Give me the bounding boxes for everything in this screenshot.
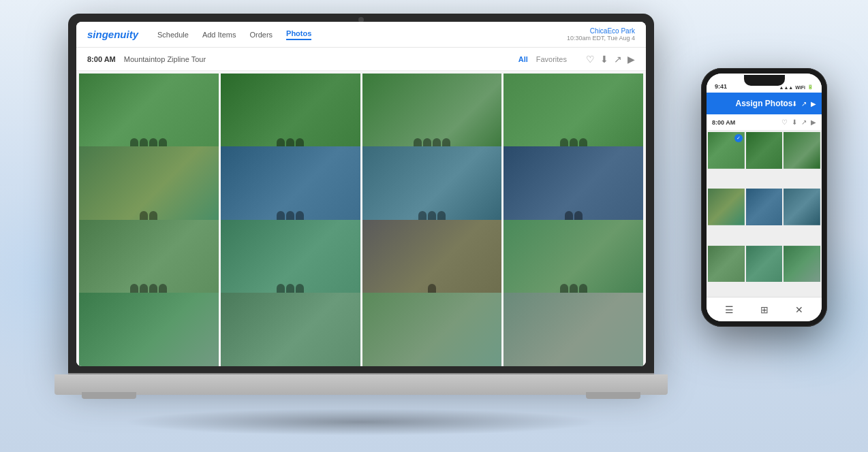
nav-venue-info: ChicaEco Park 10:30am EDT, Tue Aug 4 bbox=[567, 27, 635, 42]
laptop: singenuity Schedule Add Items Orders Pho… bbox=[55, 14, 668, 422]
phone-photo-cell[interactable] bbox=[746, 132, 783, 169]
laptop-frame: singenuity Schedule Add Items Orders Pho… bbox=[68, 14, 654, 374]
phone-sub-play-icon[interactable]: ▶ bbox=[811, 118, 816, 126]
phone-photo-cell[interactable] bbox=[746, 246, 783, 282]
phone-menu-icon[interactable]: ☰ bbox=[725, 304, 734, 315]
photo-cell[interactable]: ♡ ⬇ ↗ bbox=[362, 293, 502, 366]
filter-favorites[interactable]: Favorites bbox=[536, 55, 567, 63]
laptop-screen: singenuity Schedule Add Items Orders Pho… bbox=[76, 22, 646, 366]
phone-photo-cell[interactable] bbox=[784, 189, 820, 225]
action-icons: ♡ ⬇ ↗ ▶ bbox=[586, 54, 635, 65]
phone-share-icon[interactable]: ↗ bbox=[801, 100, 807, 108]
phone-photo-cell[interactable] bbox=[708, 189, 745, 225]
share-icon[interactable]: ↗ bbox=[614, 54, 622, 65]
phone-grid-icon[interactable]: ⊞ bbox=[760, 304, 769, 315]
nav-add-items[interactable]: Add Items bbox=[202, 31, 236, 39]
nav-photos[interactable]: Photos bbox=[286, 29, 311, 40]
phone-photo-image bbox=[746, 189, 783, 225]
phone-photo-cell[interactable] bbox=[708, 246, 745, 282]
phone-sub-icons: ♡ ⬇ ↗ ▶ bbox=[781, 118, 816, 126]
phone-sub-share-icon[interactable]: ↗ bbox=[801, 118, 807, 126]
phone-photo-cell[interactable] bbox=[746, 189, 783, 225]
phone-photo-cell[interactable] bbox=[784, 132, 820, 169]
phone-photo-image bbox=[746, 132, 783, 169]
phone-frame: 9:41 ▲▲▲ WiFi 🔋 Assign Photos ♡ ⬇ ↗ ▶ bbox=[701, 68, 827, 327]
download-icon[interactable]: ⬇ bbox=[600, 54, 608, 65]
phone-photo-grid: ✓ bbox=[707, 131, 822, 302]
nav-schedule[interactable]: Schedule bbox=[157, 31, 189, 39]
phone-photo-image bbox=[784, 246, 820, 282]
phone-photo-cell[interactable]: ✓ bbox=[708, 132, 745, 169]
photo-image bbox=[503, 293, 643, 366]
heart-icon[interactable]: ♡ bbox=[586, 54, 595, 65]
phone-heart-icon[interactable]: ♡ bbox=[781, 100, 788, 108]
phone-photo-image bbox=[708, 189, 745, 225]
phone-battery-icon: 🔋 bbox=[807, 84, 813, 90]
filter-all[interactable]: All bbox=[518, 55, 528, 63]
sub-header: 8:00 AM Mountaintop Zipline Tour All Fav… bbox=[76, 48, 646, 71]
laptop-foot-left bbox=[82, 392, 136, 399]
phone-status-icons: ▲▲▲ WiFi 🔋 bbox=[779, 84, 813, 90]
photo-image bbox=[221, 293, 360, 366]
tour-name: Mountaintop Zipline Tour bbox=[124, 55, 206, 63]
phone-photo-cell[interactable] bbox=[784, 246, 820, 282]
filter-group: All Favorites ♡ ⬇ ↗ ▶ bbox=[518, 54, 635, 65]
phone-signal-icon: ▲▲▲ bbox=[779, 85, 793, 90]
phone-sub-header: 8:00 AM ♡ ⬇ ↗ ▶ bbox=[707, 114, 822, 131]
laptop-shadow bbox=[123, 408, 600, 436]
phone-photo-check: ✓ bbox=[734, 134, 743, 142]
phone-bottom-bar: ☰ ⊞ ✕ bbox=[707, 297, 822, 321]
phone: 9:41 ▲▲▲ WiFi 🔋 Assign Photos ♡ ⬇ ↗ ▶ bbox=[701, 68, 827, 327]
phone-tour-time: 8:00 AM bbox=[712, 119, 735, 126]
phone-screen: 9:41 ▲▲▲ WiFi 🔋 Assign Photos ♡ ⬇ ↗ ▶ bbox=[707, 74, 822, 321]
phone-photo-image bbox=[746, 246, 783, 282]
photo-image bbox=[362, 293, 502, 366]
phone-wifi-icon: WiFi bbox=[795, 85, 805, 90]
phone-photo-image bbox=[784, 132, 820, 169]
phone-photo-image bbox=[784, 189, 820, 225]
nav-orders[interactable]: Orders bbox=[249, 31, 273, 39]
phone-header: Assign Photos ♡ ⬇ ↗ ▶ bbox=[707, 93, 822, 114]
phone-photo-image bbox=[708, 246, 745, 282]
laptop-foot-right bbox=[586, 392, 640, 399]
phone-sub-download-icon[interactable]: ⬇ bbox=[792, 118, 797, 126]
phone-download-icon[interactable]: ⬇ bbox=[792, 100, 797, 108]
phone-time: 9:41 bbox=[715, 83, 727, 90]
phone-header-icons: ♡ ⬇ ↗ ▶ bbox=[781, 100, 816, 108]
photo-cell[interactable]: ♡ ⬇ ↗ bbox=[79, 293, 219, 366]
photo-cell[interactable]: ♡ ⬇ ↗ bbox=[221, 293, 360, 366]
photo-image bbox=[79, 293, 219, 366]
nav-venue-time: 10:30am EDT, Tue Aug 4 bbox=[567, 35, 635, 42]
phone-sub-heart-icon[interactable]: ♡ bbox=[781, 118, 788, 126]
app-navbar: singenuity Schedule Add Items Orders Pho… bbox=[76, 22, 646, 48]
nav-venue-name: ChicaEco Park bbox=[567, 27, 635, 35]
phone-close-icon[interactable]: ✕ bbox=[795, 304, 803, 315]
phone-play-icon[interactable]: ▶ bbox=[811, 100, 816, 108]
tour-time: 8:00 AM bbox=[87, 55, 116, 63]
phone-notch bbox=[744, 75, 785, 86]
photo-cell[interactable]: ♡ ⬇ ↗ bbox=[503, 293, 643, 366]
app-logo: singenuity bbox=[87, 29, 138, 40]
photo-grid: ♡ ⬇ ↗ ♡ ⬇ ↗ bbox=[76, 71, 646, 366]
play-icon[interactable]: ▶ bbox=[627, 54, 635, 65]
laptop-base bbox=[55, 374, 668, 395]
